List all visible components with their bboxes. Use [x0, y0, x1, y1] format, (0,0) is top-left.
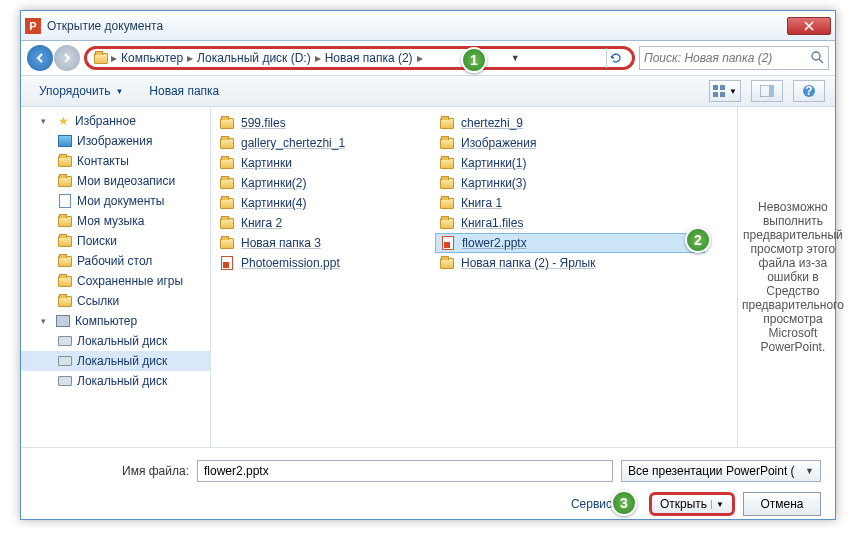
file-list-pane[interactable]: 599.filesgallery_chertezhi_1КартинкиКарт…: [211, 107, 737, 447]
powerpoint-file-icon: [219, 255, 235, 271]
file-item[interactable]: Новая папка 3: [215, 233, 435, 253]
file-item[interactable]: gallery_chertezhi_1: [215, 133, 435, 153]
back-button[interactable]: [27, 45, 53, 71]
sidebar-item[interactable]: Рабочий стол: [21, 251, 210, 271]
file-item[interactable]: flower2.pptx: [435, 233, 705, 253]
folder-icon: [57, 253, 73, 269]
sidebar-item[interactable]: Контакты: [21, 151, 210, 171]
file-name: Картинки(1): [461, 156, 527, 170]
breadcrumb-item[interactable]: Локальный диск (D:): [195, 51, 313, 65]
sidebar-item[interactable]: Мои видеозаписи: [21, 171, 210, 191]
view-mode-button[interactable]: ▼: [709, 80, 741, 102]
filename-label: Имя файла:: [35, 464, 189, 478]
search-icon[interactable]: [810, 50, 824, 67]
window-title: Открытие документа: [47, 19, 787, 33]
file-item[interactable]: Картинки: [215, 153, 435, 173]
footer: Имя файла: Все презентации PowerPoint ( …: [21, 447, 835, 526]
callout-badge-3: 3: [611, 490, 637, 516]
folder-icon: [439, 175, 455, 191]
file-name: Photoemission.ppt: [241, 256, 340, 270]
breadcrumb-item[interactable]: Компьютер: [119, 51, 185, 65]
file-name: Книга1.files: [461, 216, 523, 230]
cancel-button[interactable]: Отмена: [743, 492, 821, 516]
sidebar-item[interactable]: Изображения: [21, 131, 210, 151]
view-icon: [713, 85, 727, 97]
file-item[interactable]: Новая папка (2) - Ярлык: [435, 253, 705, 273]
search-input[interactable]: [644, 51, 810, 65]
arrow-right-icon: [61, 52, 73, 64]
folder-icon: [219, 175, 235, 191]
file-name: 599.files: [241, 116, 286, 130]
sidebar-item-label: Локальный диск: [77, 374, 167, 388]
file-item[interactable]: Картинки(1): [435, 153, 705, 173]
svg-rect-1: [713, 85, 718, 90]
powerpoint-file-icon: [440, 235, 456, 251]
computer-icon: [55, 313, 71, 329]
sidebar-item-label: Локальный диск: [77, 334, 167, 348]
nav-row: ▸ Компьютер ▸ Локальный диск (D:) ▸ Нова…: [21, 41, 835, 75]
sidebar-item[interactable]: Ссылки: [21, 291, 210, 311]
open-button[interactable]: Открыть ▼: [649, 492, 735, 516]
file-item[interactable]: Книга 2: [215, 213, 435, 233]
file-item[interactable]: Изображения: [435, 133, 705, 153]
refresh-button[interactable]: [606, 48, 626, 68]
svg-rect-6: [769, 85, 774, 97]
folder-icon: [219, 135, 235, 151]
svg-rect-2: [720, 85, 725, 90]
file-item[interactable]: Книга1.files: [435, 213, 705, 233]
file-name: Картинки: [241, 156, 292, 170]
arrow-left-icon: [34, 52, 46, 64]
file-item[interactable]: Photoemission.ppt: [215, 253, 435, 273]
sidebar-item-label: Поиски: [77, 234, 117, 248]
filetype-filter[interactable]: Все презентации PowerPoint ( ▼: [621, 460, 821, 482]
sidebar-item[interactable]: Локальный диск: [21, 351, 210, 371]
folder-icon: [439, 135, 455, 151]
file-name: Книга 1: [461, 196, 502, 210]
new-folder-button[interactable]: Новая папка: [141, 82, 227, 100]
sidebar-item-label: Контакты: [77, 154, 129, 168]
address-bar[interactable]: ▸ Компьютер ▸ Локальный диск (D:) ▸ Нова…: [84, 46, 635, 70]
preview-message: Невозможно выполнить предварительный про…: [742, 200, 844, 354]
file-item[interactable]: Картинки(3): [435, 173, 705, 193]
folder-icon: [57, 213, 73, 229]
help-icon: ?: [802, 84, 816, 98]
sidebar-item[interactable]: Локальный диск: [21, 371, 210, 391]
powerpoint-app-icon: P: [25, 18, 41, 34]
address-dropdown[interactable]: ▼: [505, 53, 526, 63]
folder-icon: [57, 173, 73, 189]
folder-icon: [439, 195, 455, 211]
folder-icon: [219, 115, 235, 131]
callout-badge-2: 2: [685, 227, 711, 253]
sidebar-item[interactable]: ▾★Избранное: [21, 111, 210, 131]
file-item[interactable]: Книга 1: [435, 193, 705, 213]
file-name: Изображения: [461, 136, 536, 150]
sidebar-item[interactable]: Мои документы: [21, 191, 210, 211]
chevron-down-icon: ▼: [805, 466, 814, 476]
file-item[interactable]: chertezhi_9: [435, 113, 705, 133]
help-button[interactable]: ?: [793, 80, 825, 102]
sidebar-item[interactable]: ▾Компьютер: [21, 311, 210, 331]
close-button[interactable]: [787, 17, 831, 35]
svg-point-0: [812, 52, 820, 60]
favorites-icon: ★: [55, 113, 71, 129]
folder-icon: [57, 273, 73, 289]
file-item[interactable]: Картинки(4): [215, 193, 435, 213]
breadcrumb-item[interactable]: Новая папка (2): [323, 51, 415, 65]
sidebar-item[interactable]: Моя музыка: [21, 211, 210, 231]
sidebar-item[interactable]: Поиски: [21, 231, 210, 251]
filename-input[interactable]: [197, 460, 613, 482]
forward-button[interactable]: [54, 45, 80, 71]
titlebar: P Открытие документа: [21, 11, 835, 41]
folder-icon: [57, 153, 73, 169]
organize-button[interactable]: Упорядочить▼: [31, 82, 131, 100]
file-item[interactable]: 599.files: [215, 113, 435, 133]
file-name: Книга 2: [241, 216, 282, 230]
preview-pane-button[interactable]: [751, 80, 783, 102]
search-box[interactable]: [639, 46, 829, 70]
sidebar-item[interactable]: Сохраненные игры: [21, 271, 210, 291]
sidebar-item[interactable]: Локальный диск: [21, 331, 210, 351]
file-item[interactable]: Картинки(2): [215, 173, 435, 193]
file-name: Картинки(2): [241, 176, 307, 190]
folder-icon: [439, 115, 455, 131]
breadcrumb-sep: ▸: [313, 51, 323, 65]
